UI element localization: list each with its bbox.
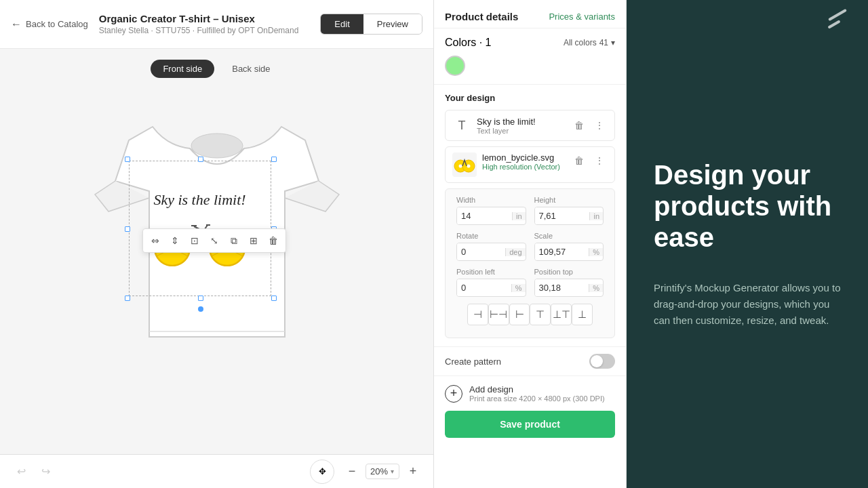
align-left-button[interactable]: ⊣ xyxy=(467,304,488,325)
product-title: Organic Creator T-shirt – Unisex xyxy=(99,13,310,24)
add-design-plus-icon: + xyxy=(445,385,462,403)
width-group: Width in xyxy=(456,196,526,225)
zoom-display[interactable]: 20% ▾ xyxy=(366,464,399,479)
rotate-input-wrap: deg xyxy=(456,243,526,261)
align-middle-v-button[interactable]: ⊥⊤ xyxy=(551,304,572,325)
width-height-row: Width in Height in xyxy=(456,196,604,225)
align-buttons: ⊣ ⊢⊣ ⊢ ⊤ ⊥⊤ ⊥ xyxy=(467,304,593,325)
toggle-knob xyxy=(591,355,603,367)
zoom-controls: − 20% ▾ + xyxy=(342,462,422,481)
text-layer-more[interactable]: ⋮ xyxy=(591,117,608,134)
svg-layer-delete[interactable]: 🗑 xyxy=(571,152,587,169)
add-design-label: Add design xyxy=(469,384,605,394)
add-design-info: Add design Print area size 4200 × 4800 p… xyxy=(469,384,605,403)
pos-left-input-wrap: % xyxy=(456,279,526,297)
toolbar-delete[interactable]: 🗑 xyxy=(264,232,282,249)
create-pattern-toggle[interactable] xyxy=(589,354,615,369)
zoom-in-button[interactable]: + xyxy=(403,462,422,481)
height-unit: in xyxy=(589,212,603,220)
svg-layer-item: lemon_bycicle.svg High resolution (Vecto… xyxy=(445,146,615,183)
add-design-row[interactable]: + Add design Print area size 4200 × 4800… xyxy=(434,375,626,411)
toolbar-flip-h[interactable]: ⇔ xyxy=(146,232,164,249)
back-arrow-icon: ← xyxy=(11,18,22,30)
deco-line-1 xyxy=(828,9,847,21)
your-design-label: Your design xyxy=(445,93,615,103)
zoom-dropdown-icon: ▾ xyxy=(391,468,394,475)
tshirt-preview: Sky is the limit! xyxy=(88,86,346,371)
text-layer-item: T Sky is the limit! Text layer 🗑 ⋮ xyxy=(445,110,615,141)
svg-point-27 xyxy=(467,165,471,168)
align-center-h-button[interactable]: ⊢⊣ xyxy=(488,304,509,325)
preview-button[interactable]: Preview xyxy=(363,14,422,34)
svg-layer-info: lemon_bycicle.svg High resolution (Vecto… xyxy=(482,152,566,171)
svg-thumbnail xyxy=(452,152,477,177)
save-product-button[interactable]: Save product xyxy=(445,411,615,438)
align-right-button[interactable]: ⊢ xyxy=(509,304,530,325)
color-swatch-green[interactable] xyxy=(445,56,465,76)
rotate-input[interactable] xyxy=(457,243,505,260)
front-side-tab[interactable]: Front side xyxy=(151,60,214,78)
marketing-panel: Design your products with ease Printify'… xyxy=(627,0,868,488)
chevron-down-icon: ▾ xyxy=(611,38,615,47)
scale-label: Scale xyxy=(534,232,604,240)
rotate-scale-row: Rotate deg Scale % xyxy=(456,232,604,261)
rotate-group: Rotate deg xyxy=(456,232,526,261)
toolbar-copy[interactable]: ⧉ xyxy=(225,232,243,249)
back-side-tab[interactable]: Back side xyxy=(220,60,282,78)
width-input[interactable] xyxy=(457,207,512,224)
bottom-toolbar: ↩ ↪ ✥ − 20% ▾ + xyxy=(0,454,433,488)
text-layer-delete[interactable]: 🗑 xyxy=(571,117,587,134)
product-info: Organic Creator T-shirt – Unisex Stanley… xyxy=(99,13,310,35)
colors-row: Colors · 1 All colors 41 ▾ xyxy=(445,37,615,49)
element-toolbar: ⇔ ⇕ ⊡ ⤡ ⧉ ⊞ 🗑 xyxy=(142,228,286,253)
deco-line-2 xyxy=(827,20,840,28)
text-layer-actions: 🗑 ⋮ xyxy=(571,117,608,134)
text-layer-name: Sky is the limit! xyxy=(477,117,566,127)
toolbar-flip-v[interactable]: ⇕ xyxy=(166,232,184,249)
toolbar-expand[interactable]: ⤡ xyxy=(205,232,223,249)
edit-button[interactable]: Edit xyxy=(321,14,363,34)
align-bottom-button[interactable]: ⊥ xyxy=(572,304,593,325)
toolbar-duplicate[interactable]: ⊞ xyxy=(245,232,262,249)
pos-left-input[interactable] xyxy=(457,279,511,296)
decorative-lines xyxy=(827,14,848,30)
redo-button[interactable]: ↪ xyxy=(35,462,56,482)
svg-layer-more[interactable]: ⋮ xyxy=(591,152,608,169)
all-colors-button[interactable]: All colors 41 ▾ xyxy=(564,38,615,47)
pos-top-label: Position top xyxy=(534,268,604,276)
undo-button[interactable]: ↩ xyxy=(11,462,31,482)
toolbar-crop[interactable]: ⊡ xyxy=(186,232,203,249)
pos-top-group: Position top % xyxy=(534,268,604,297)
text-layer-info: Sky is the limit! Text layer xyxy=(477,117,566,135)
add-design-sub: Print area size 4200 × 4800 px (300 DPI) xyxy=(469,394,605,403)
scale-input[interactable] xyxy=(535,243,589,260)
zoom-out-button[interactable]: − xyxy=(342,462,361,481)
colors-section: Colors · 1 All colors 41 ▾ xyxy=(434,28,626,85)
product-details-panel: Product details Prices & variants Colors… xyxy=(434,0,627,488)
undo-redo-group: ↩ ↪ xyxy=(11,462,56,482)
pos-top-input[interactable] xyxy=(535,279,589,296)
rotate-label: Rotate xyxy=(456,232,526,240)
create-pattern-row: Create pattern xyxy=(434,346,626,375)
move-tool-button[interactable]: ✥ xyxy=(310,460,334,484)
width-unit: in xyxy=(512,212,526,220)
design-canvas: Front side Back side xyxy=(0,49,433,454)
svg-point-0 xyxy=(191,134,243,158)
marketing-body: Printify's Mockup Generator allows you t… xyxy=(654,280,841,329)
colors-count: 1 xyxy=(486,37,492,48)
product-details-title: Product details xyxy=(445,11,518,22)
pos-left-label: Position left xyxy=(456,268,526,276)
svg-thumb-image xyxy=(454,154,475,176)
create-pattern-label: Create pattern xyxy=(445,357,501,367)
side-tabs: Front side Back side xyxy=(151,60,282,78)
product-details-header: Product details Prices & variants xyxy=(434,0,626,28)
height-group: Height in xyxy=(534,196,604,225)
scale-group: Scale % xyxy=(534,232,604,261)
svg-layer-actions: 🗑 ⋮ xyxy=(571,152,608,169)
height-input[interactable] xyxy=(535,207,590,224)
prices-variants-link[interactable]: Prices & variants xyxy=(549,12,615,22)
your-design-section: Your design T Sky is the limit! Text lay… xyxy=(434,85,626,188)
back-to-catalog-link[interactable]: ← Back to Catalog xyxy=(11,18,88,30)
align-top-button[interactable]: ⊤ xyxy=(530,304,551,325)
scale-input-wrap: % xyxy=(534,243,604,261)
